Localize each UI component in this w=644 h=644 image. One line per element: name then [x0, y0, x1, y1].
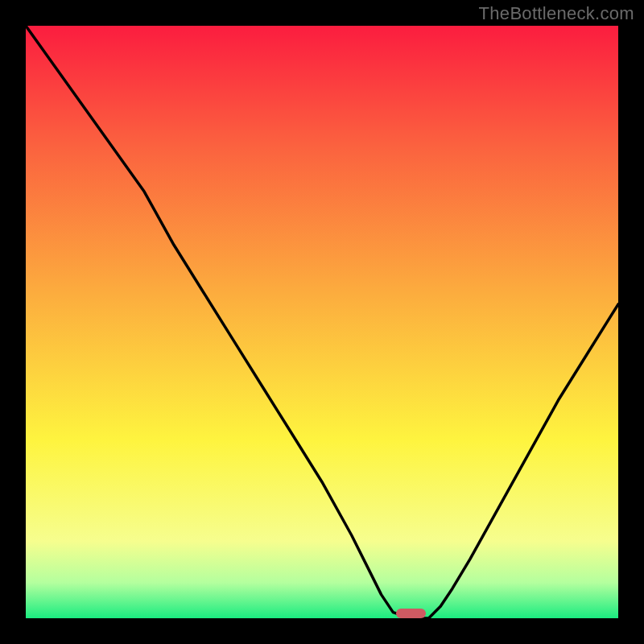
background-gradient [26, 26, 618, 618]
chart-frame: TheBottleneck.com [0, 0, 644, 644]
gradient-rect [26, 26, 618, 618]
watermark-text: TheBottleneck.com [479, 3, 634, 24]
optimal-marker [396, 609, 426, 618]
plot-area [26, 26, 618, 618]
